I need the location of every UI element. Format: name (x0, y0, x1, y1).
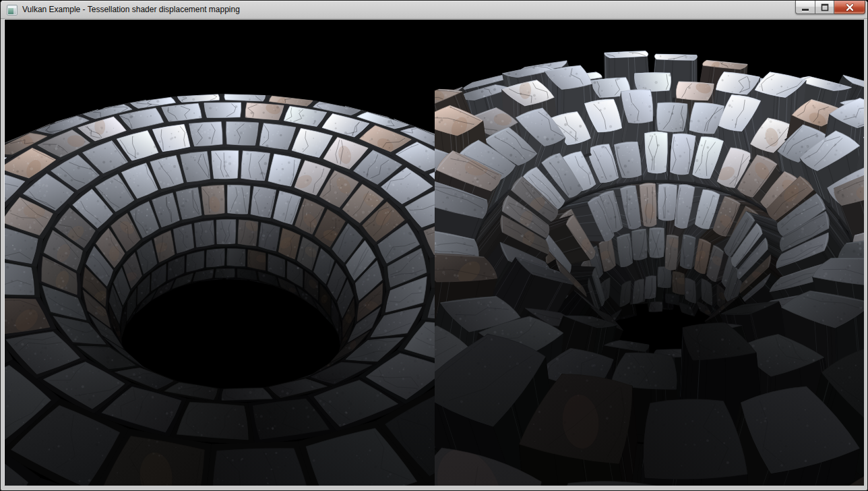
titlebar[interactable]: Vulkan Example - Tessellation shader dis… (1, 1, 867, 19)
app-icon-gray-pane (13, 8, 16, 14)
minimize-button[interactable] (795, 1, 815, 14)
vulkan-render-canvas[interactable] (5, 20, 864, 486)
window-title: Vulkan Example - Tessellation shader dis… (22, 1, 240, 19)
caption-buttons (795, 1, 865, 14)
app-icon-teal-pane (8, 8, 13, 14)
render-area (5, 20, 863, 484)
maximize-icon (821, 3, 829, 11)
app-icon[interactable] (7, 5, 18, 16)
minimize-icon (801, 3, 809, 12)
close-icon (845, 3, 855, 11)
app-window: Vulkan Example - Tessellation shader dis… (0, 0, 868, 491)
maximize-button[interactable] (815, 1, 834, 14)
close-button[interactable] (834, 1, 865, 14)
